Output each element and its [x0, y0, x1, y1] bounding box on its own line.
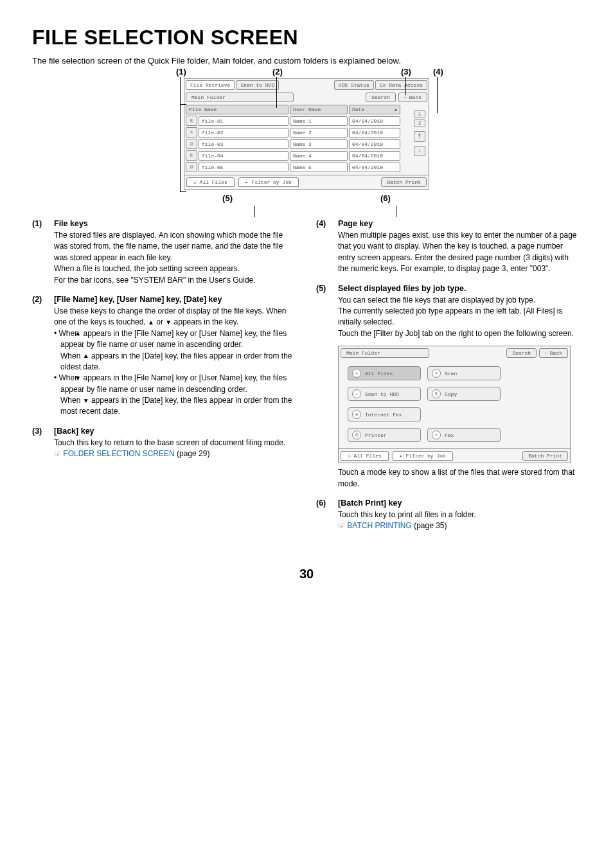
page-number: 30: [32, 567, 581, 581]
pointer-icon: ☞: [54, 449, 61, 458]
mode-printer[interactable]: ⎙Printer: [348, 428, 421, 442]
item-text: Touch this key to print all files in a f…: [338, 509, 581, 520]
fax-icon: ✆: [432, 430, 441, 439]
file-row[interactable]: ⎘ file-01 Name 1 04/04/2010: [186, 116, 427, 126]
cross-reference: ☞ BATCH PRINTING (page 35): [338, 520, 581, 531]
user-name-header[interactable]: User Name: [290, 105, 348, 114]
all-files-icon: ☺: [352, 369, 361, 378]
date-header[interactable]: Date▲: [349, 105, 400, 114]
item-text: When ▼ appears in the [Date] key, the fi…: [54, 395, 297, 418]
sort-asc-icon: ▲: [83, 351, 89, 361]
breadcrumb: Main Folder: [341, 348, 429, 358]
item-number: (4): [316, 219, 338, 275]
item-text: Touch this key to return to the base scr…: [54, 438, 297, 448]
callout-2: (2): [272, 67, 283, 76]
page-total: 2: [414, 120, 425, 127]
user-name-cell: Name 1: [290, 116, 348, 126]
copy-mode-icon: ⎘: [186, 116, 197, 126]
arrow-left-icon: ←: [404, 94, 407, 100]
item-text: When ▲ appears in the [Date] key, the fi…: [54, 351, 297, 373]
callout-1: (1): [176, 67, 186, 76]
all-files-tab[interactable]: ☺ All Files: [186, 177, 235, 187]
date-cell: 04/04/2010: [349, 151, 400, 161]
page-title: FILE SELECTION SCREEN: [32, 26, 581, 49]
item-number: (3): [32, 427, 54, 460]
callout-4: (4): [433, 67, 443, 76]
item-number: (5): [316, 284, 338, 490]
sort-asc-icon: ▲: [395, 107, 397, 112]
item-number: (6): [316, 499, 338, 532]
all-files-tab[interactable]: ☺ All Files: [341, 451, 389, 461]
item-text: The currently selected job type appears …: [338, 306, 581, 328]
cross-reference: ☞ FOLDER SELECTION SCREEN (page 29): [54, 448, 297, 459]
scroll-down-button[interactable]: ↓: [414, 146, 425, 156]
scan-icon: ⌕: [432, 369, 441, 378]
mode-internet-fax[interactable]: ✉Internet Fax: [348, 407, 421, 421]
item-text: You can select the file keys that are di…: [338, 295, 581, 306]
arrow-left-icon: ←: [545, 350, 548, 356]
sort-asc-icon: ▲: [148, 318, 154, 328]
item-text: The stored files are displayed. An icon …: [54, 230, 297, 263]
user-name-cell: Name 4: [290, 151, 348, 161]
back-button[interactable]: ←Back: [398, 93, 427, 102]
file-row[interactable]: ✆ file-02 Name 2 04/04/2010: [186, 127, 427, 137]
scroll-up-button[interactable]: ⤒: [414, 131, 425, 142]
printer-mode-icon: ⎙: [186, 162, 197, 172]
sort-desc-icon: ▼: [165, 318, 172, 328]
fax-mode-icon: ✆: [186, 127, 197, 137]
file-row[interactable]: ⎙ file-03 Name 3 04/04/2010: [186, 139, 427, 149]
hdd-status-button[interactable]: HDD Status: [334, 80, 374, 90]
page-number-key[interactable]: 1: [414, 111, 425, 118]
file-name-cell: file-02: [199, 128, 289, 137]
callout-6: (6): [380, 193, 391, 203]
ex-data-access-button[interactable]: Ex Data Access: [375, 80, 427, 90]
mode-fax[interactable]: ✆Fax: [427, 428, 501, 442]
callout-3: (3): [401, 67, 411, 76]
link-folder-selection[interactable]: FOLDER SELECTION SCREEN: [63, 449, 174, 458]
callout-5: (5): [222, 193, 233, 203]
main-figure: (1) (2) (3) (4) File Retrieve Scan to HD…: [32, 78, 581, 203]
search-button[interactable]: Search: [366, 93, 396, 102]
item-title: File keys: [54, 219, 297, 228]
mode-copy[interactable]: ⎘Copy: [427, 387, 501, 401]
file-name-header[interactable]: File Name: [186, 105, 289, 114]
mode-scan-to-hdd[interactable]: ⇣Scan to HDD: [348, 387, 421, 401]
tab-scan-to-hdd[interactable]: Scan to HDD: [236, 80, 279, 90]
user-name-cell: Name 5: [290, 163, 348, 172]
batch-print-button[interactable]: Batch Print: [381, 177, 427, 187]
file-name-cell: file-04: [199, 151, 289, 161]
batch-print-button[interactable]: Batch Print: [522, 451, 568, 461]
file-selection-panel: File Retrieve Scan to HDD HDD Status Ex …: [184, 78, 429, 190]
item-text: For the bar icons, see "SYSTEM BAR" in t…: [54, 275, 297, 286]
filter-by-job-tab[interactable]: ▸ Filter by Job: [238, 177, 299, 187]
user-name-cell: Name 2: [290, 128, 348, 137]
sort-desc-icon: ▼: [83, 396, 89, 406]
file-row[interactable]: ⎙ file-05 Name 5 04/04/2010: [186, 162, 427, 172]
item-text: When multiple pages exist, use this key …: [338, 230, 581, 275]
printer-mode-icon: ⎙: [186, 139, 197, 149]
item-text: • When ▼ appears in the [File Name] key …: [54, 373, 297, 395]
hdd-icon: ⇣: [352, 389, 361, 398]
internet-fax-icon: ✉: [352, 410, 361, 419]
filter-by-job-tab[interactable]: ▸ Filter by Job: [393, 451, 453, 461]
user-name-cell: Name 3: [290, 139, 348, 149]
file-row[interactable]: ⎘ file-04 Name 4 04/04/2010: [186, 150, 427, 161]
item-text: Touch the [Filter by Job] tab on the rig…: [338, 328, 581, 339]
item-text: When a file is touched, the job setting …: [54, 263, 297, 274]
date-cell: 04/04/2010: [349, 163, 400, 172]
intro-text: The file selection screen of the Quick F…: [32, 56, 581, 66]
item-text: Use these keys to change the order of di…: [54, 306, 297, 328]
item-title: [File Name] key, [User Name] key, [Date]…: [54, 295, 297, 304]
link-batch-printing[interactable]: BATCH PRINTING: [347, 521, 411, 530]
back-button[interactable]: ←Back: [539, 348, 568, 358]
mode-all-files[interactable]: ☺All Files: [348, 366, 421, 380]
mode-scan[interactable]: ⌕Scan: [427, 366, 501, 380]
search-button[interactable]: Search: [506, 348, 537, 358]
copy-mode-icon: ⎘: [186, 150, 197, 161]
printer-icon: ⎙: [352, 430, 361, 439]
item-number: (2): [32, 295, 54, 418]
tab-file-retrieve[interactable]: File Retrieve: [186, 80, 235, 90]
breadcrumb: Main Folder: [186, 93, 294, 102]
date-cell: 04/04/2010: [349, 116, 400, 126]
filter-by-job-panel: Main Folder Search ←Back ☺All Files ⌕Sca…: [338, 346, 571, 463]
